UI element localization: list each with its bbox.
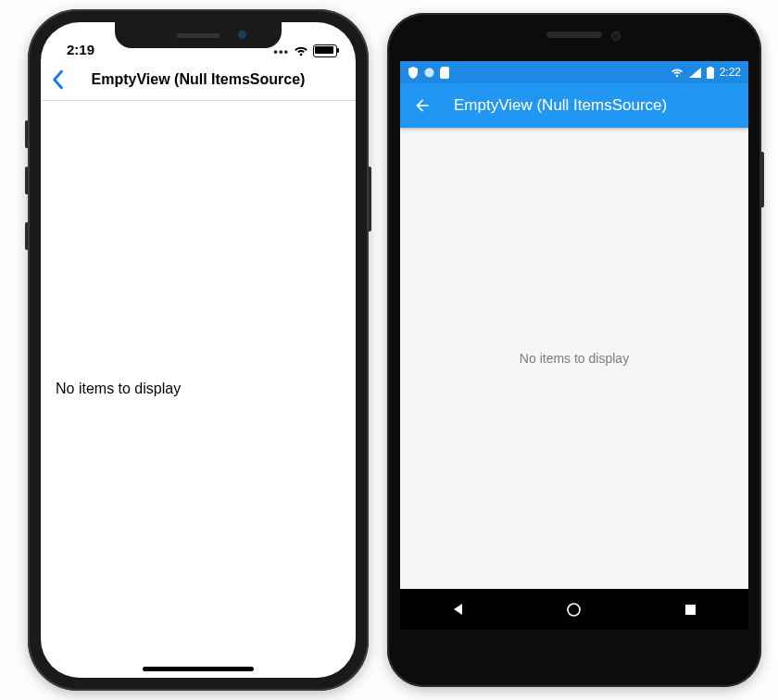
back-button[interactable] <box>50 59 65 100</box>
svg-point-0 <box>425 68 434 77</box>
android-device-frame: 2:22 EmptyView (Null ItemsSource) No ite… <box>387 13 761 687</box>
android-status-bar: 2:22 <box>400 61 748 83</box>
triangle-left-icon <box>451 602 466 617</box>
battery-icon <box>707 67 714 79</box>
iphone-screen: 2:19 ••• EmptyView (Null ItemsSource) <box>41 22 356 678</box>
shield-icon <box>408 67 419 79</box>
back-button[interactable] <box>413 96 432 115</box>
arrow-left-icon <box>413 96 432 115</box>
speaker-icon <box>177 33 220 38</box>
circle-icon <box>424 68 434 78</box>
iphone-device-frame: 2:19 ••• EmptyView (Null ItemsSource) <box>28 9 369 691</box>
svg-rect-2 <box>685 605 696 615</box>
earpiece-icon <box>546 31 602 38</box>
android-content-area: No items to display <box>400 128 748 589</box>
iphone-notch <box>115 22 282 48</box>
front-camera-icon <box>238 31 246 39</box>
nav-home-button[interactable] <box>548 589 600 630</box>
cellular-signal-icon: ••• <box>273 45 289 57</box>
nav-back-button[interactable] <box>433 589 484 630</box>
home-indicator-icon[interactable] <box>143 667 254 671</box>
page-title: EmptyView (Null ItemsSource) <box>454 96 667 115</box>
page-title: EmptyView (Null ItemsSource) <box>41 71 356 88</box>
battery-icon <box>313 44 337 57</box>
circle-icon <box>566 602 582 618</box>
wifi-icon <box>294 45 308 56</box>
signal-icon <box>689 68 701 78</box>
square-icon <box>684 603 697 617</box>
svg-point-1 <box>568 604 580 616</box>
ios-status-time: 2:19 <box>67 42 94 57</box>
nav-recent-button[interactable] <box>664 589 716 630</box>
sdcard-icon <box>440 67 449 79</box>
android-screen: 2:22 EmptyView (Null ItemsSource) No ite… <box>400 61 748 630</box>
ios-navigation-bar: EmptyView (Null ItemsSource) <box>41 59 356 101</box>
android-navigation-bar <box>400 589 748 630</box>
wifi-icon <box>671 68 684 78</box>
android-status-time: 2:22 <box>720 66 741 79</box>
ios-content-area: No items to display <box>41 100 356 678</box>
empty-view-text: No items to display <box>520 351 629 366</box>
android-app-bar: EmptyView (Null ItemsSource) <box>400 83 748 128</box>
empty-view-text: No items to display <box>41 381 181 397</box>
sensor-icon <box>611 31 621 41</box>
chevron-left-icon <box>50 69 65 90</box>
